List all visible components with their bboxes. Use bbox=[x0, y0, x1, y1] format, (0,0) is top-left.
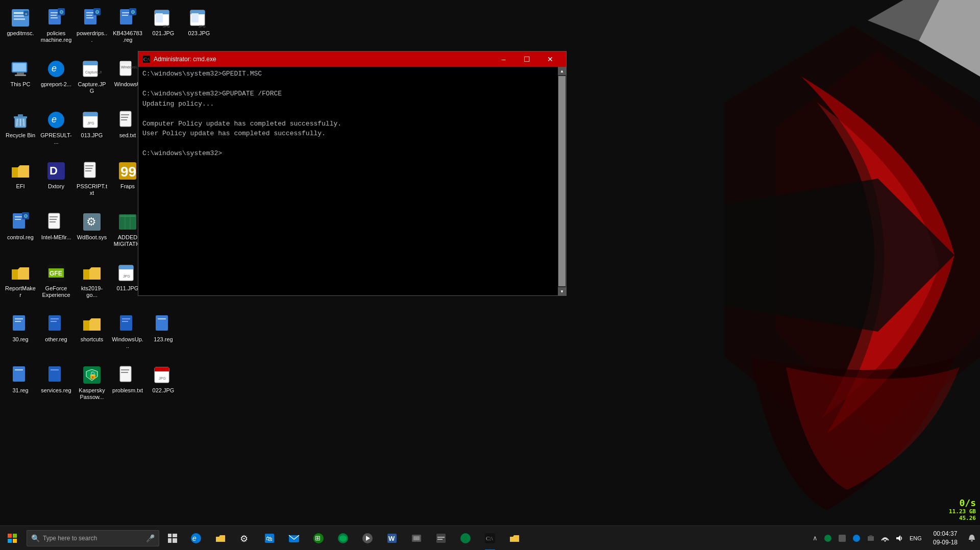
icon-gpreport[interactable]: e gpreport-2... bbox=[38, 56, 74, 107]
cmd-close-button[interactable]: ✕ bbox=[538, 52, 562, 67]
taskbar-app-kaspersky[interactable] bbox=[331, 526, 355, 551]
taskbar-app-kaspersky2[interactable] bbox=[453, 526, 478, 551]
svg-rect-115 bbox=[13, 534, 17, 538]
icon-022jpg[interactable]: JPG 022.JPG bbox=[145, 362, 181, 413]
desktop: ≡ gpeditmsc. ⚙ policies machine.reg ⚙ po… bbox=[0, 0, 980, 550]
icon-gpeditmsc[interactable]: ≡ gpeditmsc. bbox=[3, 5, 38, 56]
icon-023jpg[interactable]: JPG 023.JPG bbox=[181, 5, 217, 56]
cmd-window[interactable]: C:\ Administrator: cmd.exe ‒ ☐ ✕ C:\wind… bbox=[138, 51, 567, 296]
icon-capturejpg[interactable]: Capture.JPG Capture.JPG bbox=[74, 56, 110, 107]
taskbar-app-media[interactable] bbox=[355, 526, 380, 551]
cmd-body[interactable]: C:\windows\system32>GPEDIT.MSC C:\window… bbox=[138, 67, 566, 295]
cmd-maximize-button[interactable]: ☐ bbox=[515, 52, 538, 67]
taskbar-app-xbox[interactable]: ⊞ bbox=[306, 526, 331, 551]
icon-30reg[interactable]: 30.reg bbox=[3, 311, 38, 362]
svg-rect-103 bbox=[51, 369, 59, 370]
icon-thispc[interactable]: This PC bbox=[3, 56, 38, 107]
svg-rect-100 bbox=[13, 366, 25, 382]
microphone-icon[interactable]: 🎤 bbox=[146, 534, 155, 542]
svg-rect-16 bbox=[86, 12, 94, 13]
svg-rect-5 bbox=[14, 15, 24, 17]
task-view-button[interactable] bbox=[161, 526, 184, 551]
icon-shortcuts[interactable]: shortcuts bbox=[74, 311, 110, 362]
taskbar-app-store[interactable]: 🛍 bbox=[257, 526, 282, 551]
icon-023jpg-label: 023.JPG bbox=[188, 30, 210, 37]
icon-gpresult[interactable]: e GPRESULT-... bbox=[38, 107, 74, 158]
taskbar-clock[interactable]: 00:04:37 09-09-18 bbox=[927, 526, 964, 551]
taskbar-app-cmd[interactable]: C:\ bbox=[478, 526, 502, 551]
search-placeholder: Type here to search bbox=[43, 535, 97, 542]
cmd-scroll-thumb[interactable] bbox=[558, 76, 566, 286]
notification-button[interactable] bbox=[964, 526, 980, 551]
icon-dxtory-img: D bbox=[46, 161, 66, 181]
icon-011jpg-label: 011.JPG bbox=[117, 285, 139, 292]
icon-reportmaker[interactable]: ReportMaker bbox=[3, 260, 38, 311]
svg-text:🔒: 🔒 bbox=[88, 371, 97, 380]
icon-powerdrips[interactable]: ⚙ powerdrips... bbox=[74, 5, 110, 56]
systray-icon3[interactable] bbox=[864, 526, 878, 551]
icon-otherreg-label: other.reg bbox=[45, 336, 67, 343]
taskbar-app-word[interactable]: W bbox=[380, 526, 404, 551]
icon-servicesreg[interactable]: services.reg bbox=[38, 362, 74, 413]
svg-rect-92 bbox=[48, 315, 61, 331]
cmd-minimize-button[interactable]: ‒ bbox=[492, 52, 515, 67]
svg-rect-65 bbox=[85, 168, 92, 169]
systray-network[interactable] bbox=[878, 526, 892, 551]
icon-30reg-label: 30.reg bbox=[12, 336, 28, 343]
icon-windowsup[interactable]: WindowsUp... bbox=[110, 311, 145, 362]
icon-kaspersky[interactable]: 🔒 Kaspersky Passow... bbox=[74, 362, 110, 413]
taskbar-search[interactable]: 🔍 Type here to search 🎤 bbox=[27, 530, 159, 546]
cmd-scroll-up[interactable]: ▲ bbox=[558, 67, 566, 75]
cmd-titlebar[interactable]: C:\ Administrator: cmd.exe ‒ ☐ ✕ bbox=[138, 52, 566, 67]
cmd-scrollbar[interactable]: ▲ ▼ bbox=[558, 67, 566, 295]
icon-efi-img bbox=[10, 161, 31, 181]
icon-controlreg[interactable]: ⚙ control.reg bbox=[3, 209, 38, 260]
icon-geforce[interactable]: GFE GeForce Experience bbox=[38, 260, 74, 311]
icon-kb4346783[interactable]: ⚙ KB4346783 .reg bbox=[110, 5, 145, 56]
icon-fraps-img: 99 bbox=[117, 161, 138, 181]
icon-021jpg[interactable]: JPG 021.JPG bbox=[145, 5, 181, 56]
svg-rect-71 bbox=[15, 219, 21, 220]
icon-efi[interactable]: EFI bbox=[3, 158, 38, 209]
icon-intelmefir[interactable]: Intel-MEfir... bbox=[38, 209, 74, 260]
svg-rect-116 bbox=[8, 539, 12, 543]
systray-kaspersky[interactable] bbox=[821, 526, 835, 551]
icon-013jpg[interactable]: JPG 013.JPG bbox=[74, 107, 110, 158]
icon-recyclebin-label: Recycle Bin bbox=[6, 132, 35, 139]
systray-arrow[interactable]: ∧ bbox=[810, 526, 821, 551]
systray-icon2[interactable] bbox=[849, 526, 864, 551]
icon-policies[interactable]: ⚙ policies machine.reg bbox=[38, 5, 74, 56]
svg-text:⚙: ⚙ bbox=[86, 215, 96, 228]
icon-dxtory-label: Dxtory bbox=[48, 183, 64, 190]
svg-rect-138 bbox=[437, 537, 445, 538]
taskbar-app-explorer[interactable] bbox=[208, 526, 233, 551]
svg-rect-81 bbox=[120, 215, 135, 217]
icon-recyclebin[interactable]: Recycle Bin bbox=[3, 107, 38, 158]
taskbar-app-winver[interactable] bbox=[429, 526, 453, 551]
icon-problemtxt[interactable]: problesm.txt bbox=[110, 362, 145, 413]
taskbar-app-backup[interactable] bbox=[404, 526, 429, 551]
icon-sedtxt-label: sed.txt bbox=[119, 132, 136, 139]
icon-psscript[interactable]: PSSCRIPT.txt bbox=[74, 158, 110, 209]
taskbar-app-explorer2[interactable] bbox=[502, 526, 527, 551]
taskbar-app-mail[interactable] bbox=[282, 526, 306, 551]
icon-otherreg[interactable]: other.reg bbox=[38, 311, 74, 362]
start-button[interactable] bbox=[0, 526, 24, 551]
svg-marker-149 bbox=[896, 535, 900, 541]
icon-31reg[interactable]: 31.reg bbox=[3, 362, 38, 413]
icon-31reg-img bbox=[10, 365, 31, 385]
systray-icon1[interactable] bbox=[835, 526, 849, 551]
systray-volume[interactable] bbox=[892, 526, 906, 551]
icon-123reg[interactable]: 123.reg bbox=[145, 311, 181, 362]
cmd-scroll-down[interactable]: ▼ bbox=[558, 287, 566, 295]
icon-dxtory[interactable]: D Dxtory bbox=[38, 158, 74, 209]
icon-psscript-label: PSSCRIPT.txt bbox=[76, 183, 108, 196]
icon-shortcuts-img bbox=[82, 314, 102, 334]
systray-language[interactable]: ENG bbox=[906, 526, 925, 551]
taskbar-app-edge[interactable]: e bbox=[184, 526, 208, 551]
icon-fraps-label: Fraps bbox=[120, 183, 135, 190]
icon-wdboot[interactable]: ⚙ WdBoot.sys bbox=[74, 209, 110, 260]
icon-kts2019[interactable]: kts2019-go... bbox=[74, 260, 110, 311]
icon-gpresult-img: e bbox=[46, 110, 66, 130]
taskbar-app-settings[interactable]: ⚙ bbox=[233, 526, 257, 551]
